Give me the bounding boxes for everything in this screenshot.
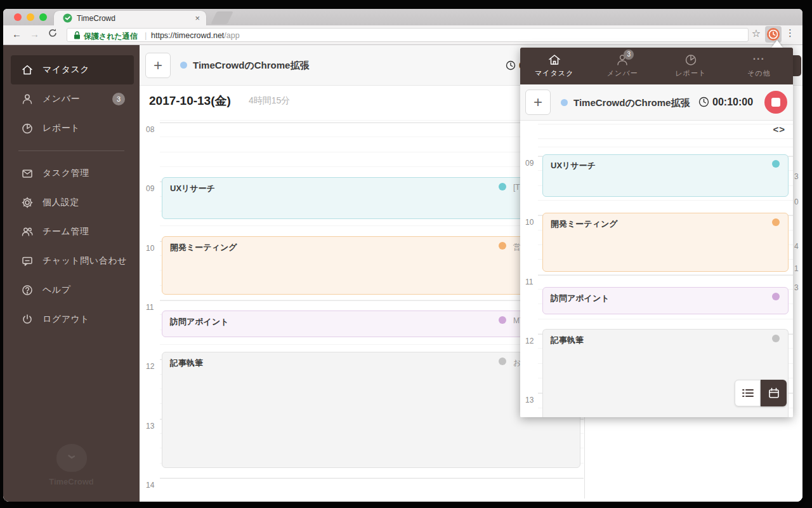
- clipped-text-fragment: 4: [794, 242, 799, 251]
- close-window-button[interactable]: [14, 13, 22, 21]
- event-color-dot: [772, 218, 780, 226]
- hour-label: 12: [525, 337, 534, 345]
- address-bar[interactable]: 保護された通信 | https://timecrowd.net/app: [67, 28, 749, 42]
- event-card-article-writing[interactable]: 記事執筆 お問い: [162, 352, 580, 468]
- report-icon: [684, 53, 698, 67]
- minimize-window-button[interactable]: [27, 13, 34, 21]
- hour-label: 14: [146, 481, 154, 490]
- tab-close-icon[interactable]: ×: [195, 13, 200, 23]
- sidebar-item-task-manage[interactable]: タスク管理: [11, 159, 134, 188]
- popup-nav-more[interactable]: ··· その他: [725, 48, 794, 84]
- collapse-icon[interactable]: <>: [773, 124, 785, 135]
- timecrowd-logo: TimeCrowd: [3, 444, 140, 486]
- reload-icon[interactable]: [48, 28, 58, 38]
- event-color-dot: [772, 160, 780, 168]
- team-manage-icon: [21, 225, 34, 238]
- home-icon: [21, 64, 34, 76]
- event-card-dev-meeting[interactable]: 開発ミーティング 営業 -: [162, 236, 580, 295]
- timecrowd-logo-text: TimeCrowd: [3, 477, 140, 486]
- sidebar-divider: [18, 150, 124, 151]
- calendar-view-button[interactable]: [761, 380, 787, 406]
- bookmark-star-icon[interactable]: ☆: [752, 27, 761, 39]
- task-color-dot: [561, 99, 568, 106]
- hour-line: [160, 478, 584, 479]
- add-task-button[interactable]: +: [525, 90, 551, 115]
- popup-nav-label: マイタスク: [520, 69, 589, 78]
- sidebar-item-help[interactable]: ヘルプ: [11, 276, 134, 305]
- browser-tab[interactable]: TimeCrowd ×: [54, 11, 206, 25]
- members-icon: [21, 93, 34, 105]
- event-color-dot: [772, 293, 780, 300]
- personal-settings-icon: [21, 196, 34, 209]
- browser-menu-icon[interactable]: ⋮: [785, 27, 795, 39]
- clipped-text-fragment: 1: [794, 264, 799, 273]
- new-tab-button[interactable]: [211, 11, 233, 24]
- timecrowd-extension-icon: [767, 28, 780, 41]
- hour-label: 10: [525, 218, 534, 227]
- zoom-window-button[interactable]: [39, 13, 47, 21]
- sidebar-item-members[interactable]: メンバー 3: [11, 84, 134, 114]
- timecrowd-favicon-icon: [63, 13, 72, 23]
- popup-timeline: <> 09 10 11 12 13 UXリサーチ 開発ミーティング 訪問アポイン…: [520, 121, 793, 417]
- event-color-dot: [499, 242, 506, 250]
- sidebar-item-label: メンバー: [43, 93, 80, 105]
- sidebar-item-personal-settings[interactable]: 個人設定: [11, 188, 134, 217]
- event-title: 訪問アポイント: [551, 293, 610, 304]
- sidebar-item-chat-support[interactable]: チャット問い合わせ: [11, 246, 134, 276]
- security-label: 保護された通信: [84, 31, 138, 42]
- popup-current-task-bar: + TimeCrowdのChrome拡張 00:10:00: [520, 84, 793, 121]
- sidebar-item-label: マイタスク: [43, 64, 89, 76]
- total-duration: 4時間15分: [249, 95, 290, 107]
- task-color-dot: [180, 62, 187, 69]
- sidebar: マイタスク メンバー 3 レポート タスク管理: [3, 45, 140, 502]
- event-card-dev-meeting[interactable]: 開発ミーティング: [542, 213, 789, 272]
- sidebar-item-label: チーム管理: [43, 226, 89, 237]
- url-host: https://timecrowd.net: [151, 31, 224, 40]
- forward-icon[interactable]: →: [30, 29, 39, 39]
- sidebar-item-logout[interactable]: ログアウト: [11, 305, 134, 334]
- popup-nav-reports[interactable]: レポート: [657, 48, 725, 84]
- popup-nav: マイタスク 3 メンバー レポート ··· その他: [520, 48, 793, 84]
- extension-popup: マイタスク 3 メンバー レポート ··· その他 + TimeCrowdのCh…: [520, 48, 793, 417]
- popup-nav-my-tasks[interactable]: マイタスク: [520, 48, 589, 84]
- popup-nav-members[interactable]: 3 メンバー: [589, 48, 657, 84]
- event-title: 記事執筆: [551, 335, 584, 346]
- clipped-text-fragment: 3: [794, 283, 799, 292]
- sidebar-item-my-tasks[interactable]: マイタスク: [11, 55, 134, 84]
- event-card-visit-appointment[interactable]: 訪問アポイント: [542, 287, 789, 314]
- date-label: 2017-10-13(金): [149, 93, 231, 109]
- hour-label: 09: [525, 159, 534, 168]
- event-color-dot: [499, 183, 506, 190]
- hour-label: 12: [146, 362, 154, 371]
- event-card-ux-research[interactable]: UXリサーチ: [542, 154, 789, 197]
- current-task-title: TimeCrowdのChrome拡張: [193, 60, 309, 72]
- sidebar-item-team-manage[interactable]: チーム管理: [11, 217, 134, 246]
- hour-label: 13: [525, 396, 534, 404]
- task-manage-icon: [21, 167, 34, 180]
- popup-arrow: [771, 40, 783, 48]
- sidebar-item-label: タスク管理: [43, 168, 89, 179]
- event-card-visit-appointment[interactable]: 訪問アポイント MTG: [162, 311, 580, 337]
- event-title: 開発ミーティング: [551, 218, 618, 230]
- sidebar-item-label: レポート: [43, 123, 80, 134]
- stop-timer-button[interactable]: [764, 91, 787, 114]
- event-title: UXリサーチ: [551, 160, 596, 171]
- hour-label: 11: [146, 303, 154, 312]
- event-card-ux-research[interactable]: UXリサーチ [TC]: [162, 177, 580, 219]
- event-title: 開発ミーティング: [170, 242, 237, 253]
- clipped-text-fragment: 0: [794, 197, 799, 206]
- url-text: https://timecrowd.net/app: [151, 31, 240, 40]
- timer-display: 00:10:00: [698, 97, 753, 108]
- sidebar-item-reports[interactable]: レポート: [11, 114, 134, 143]
- hour-label: 08: [146, 125, 154, 134]
- list-view-button[interactable]: [735, 380, 761, 406]
- help-icon: [21, 284, 34, 297]
- report-icon: [21, 122, 34, 135]
- sidebar-item-label: ヘルプ: [43, 284, 70, 296]
- popup-nav-label: メンバー: [589, 69, 657, 78]
- url-path: /app: [224, 31, 239, 40]
- add-task-button[interactable]: +: [145, 53, 171, 78]
- hour-label: 13: [146, 422, 154, 431]
- view-toggle: [735, 380, 787, 406]
- back-icon[interactable]: ←: [12, 29, 22, 39]
